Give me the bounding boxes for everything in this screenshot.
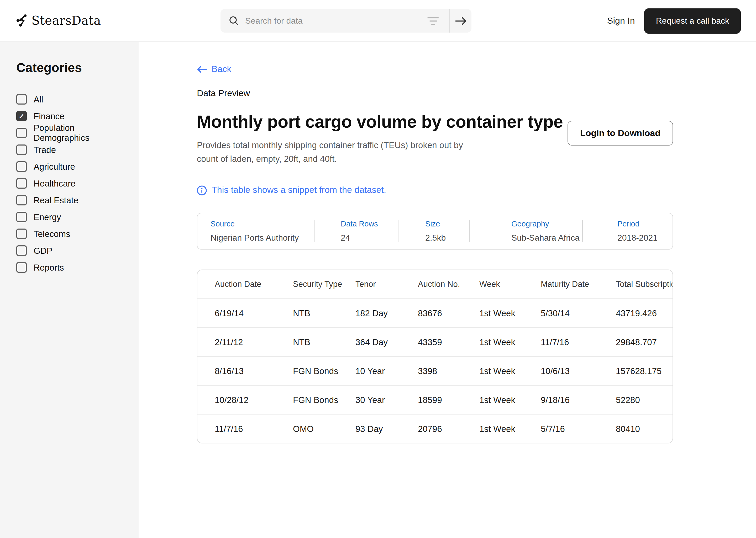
filter-icon[interactable] bbox=[427, 17, 439, 25]
col-auction-date: Auction Date bbox=[215, 280, 293, 289]
category-item-finance[interactable]: ✓ Finance bbox=[16, 108, 128, 125]
table-body: 6/19/14NTB182 Day83676 1st Week5/30/1443… bbox=[197, 298, 673, 443]
main-panel: Back Data Preview Monthly port cargo vol… bbox=[139, 42, 756, 538]
col-maturity-date: Maturity Date bbox=[541, 280, 616, 289]
table-row[interactable]: 6/19/14NTB182 Day83676 1st Week5/30/1443… bbox=[197, 298, 673, 327]
search-submit-arrow-icon[interactable] bbox=[450, 9, 471, 32]
brand-name: StearsData bbox=[31, 14, 101, 27]
category-item-telecoms[interactable]: ✓ Telecoms bbox=[16, 225, 128, 242]
col-week: Week bbox=[479, 280, 541, 289]
category-item-healthcare[interactable]: ✓ Healthcare bbox=[16, 175, 128, 192]
brand-logo[interactable]: StearsData bbox=[16, 14, 101, 27]
checkbox[interactable]: ✓ bbox=[16, 144, 27, 155]
col-security-type: Security Type bbox=[293, 280, 355, 289]
checkbox[interactable]: ✓ bbox=[16, 94, 27, 105]
meta-data-rows: Data Rows 24 bbox=[315, 220, 398, 243]
table-row[interactable]: 11/7/16OMO93 Day20796 1st Week5/7/168041… bbox=[197, 414, 673, 443]
table-row[interactable]: 10/28/12FGN Bonds30 Year18599 1st Week9/… bbox=[197, 385, 673, 414]
checkbox[interactable]: ✓ bbox=[16, 178, 27, 188]
table-row[interactable]: 8/16/13FGN Bonds10 Year3398 1st Week10/6… bbox=[197, 356, 673, 385]
snippet-note: This table shows a snippet from the data… bbox=[197, 185, 673, 195]
stears-logo-icon bbox=[16, 14, 28, 27]
search-bar[interactable] bbox=[220, 9, 471, 32]
login-to-download-button[interactable]: Login to Download bbox=[568, 121, 673, 145]
categories-sidebar: Categories ✓ All ✓ Finance ✓ Population … bbox=[0, 42, 139, 538]
top-header: StearsData Sign In Request a call back bbox=[0, 0, 756, 41]
col-tenor: Tenor bbox=[355, 280, 418, 289]
back-arrow-icon bbox=[197, 66, 207, 73]
sign-in-link[interactable]: Sign In bbox=[607, 16, 635, 26]
checkbox[interactable]: ✓ bbox=[16, 229, 27, 239]
col-auction-no: Auction No. bbox=[418, 280, 479, 289]
dataset-description: Provides total monthly shipping containe… bbox=[197, 139, 470, 166]
header-actions: Sign In Request a call back bbox=[607, 0, 741, 41]
category-item-energy[interactable]: ✓ Energy bbox=[16, 209, 128, 225]
categories-title: Categories bbox=[16, 60, 128, 75]
table-row[interactable]: 2/11/12NTB364 Day43359 1st Week11/7/1629… bbox=[197, 327, 673, 356]
checkbox[interactable]: ✓ bbox=[16, 161, 27, 172]
data-preview-label: Data Preview bbox=[197, 88, 673, 99]
meta-source: Source Nigerian Ports Authority bbox=[197, 220, 314, 243]
checkbox[interactable]: ✓ bbox=[16, 195, 27, 205]
category-item-gdp[interactable]: ✓ GDP bbox=[16, 242, 128, 259]
back-link[interactable]: Back bbox=[197, 64, 231, 75]
category-item-agriculture[interactable]: ✓ Agriculture bbox=[16, 158, 128, 175]
category-item-trade[interactable]: ✓ Trade bbox=[16, 141, 128, 158]
page-title: Monthly port cargo volume by container t… bbox=[197, 112, 563, 132]
page: StearsData Sign In Request a call back bbox=[0, 0, 756, 538]
category-item-real-estate[interactable]: ✓ Real Estate bbox=[16, 192, 128, 209]
meta-period: Period 2018-2021 bbox=[583, 220, 672, 243]
request-call-back-button[interactable]: Request a call back bbox=[644, 8, 741, 33]
table-header-row: Auction Date Security Type Tenor Auction… bbox=[197, 270, 673, 298]
data-preview-table: Auction Date Security Type Tenor Auction… bbox=[197, 270, 673, 444]
meta-geography: Geography Sub-Sahara Africa bbox=[470, 220, 582, 243]
category-item-all[interactable]: ✓ All bbox=[16, 91, 128, 108]
checkbox[interactable]: ✓ bbox=[16, 128, 27, 138]
info-icon bbox=[197, 185, 207, 195]
checkbox[interactable]: ✓ bbox=[16, 212, 27, 222]
checkbox[interactable]: ✓ bbox=[16, 262, 27, 273]
categories-list: ✓ All ✓ Finance ✓ Population Demographic… bbox=[16, 91, 128, 276]
category-item-population-demographics[interactable]: ✓ Population Demographics bbox=[16, 125, 128, 141]
category-item-reports[interactable]: ✓ Reports bbox=[16, 259, 128, 276]
search-icon bbox=[229, 16, 239, 26]
col-total-subscription: Total Subscription bbox=[616, 280, 673, 289]
checkbox[interactable]: ✓ bbox=[16, 245, 27, 256]
meta-size: Size 2.5kb bbox=[399, 220, 469, 243]
search-input[interactable] bbox=[239, 16, 427, 26]
checkbox-checked[interactable]: ✓ bbox=[16, 111, 27, 121]
dataset-meta-card: Source Nigerian Ports Authority Data Row… bbox=[197, 213, 673, 249]
